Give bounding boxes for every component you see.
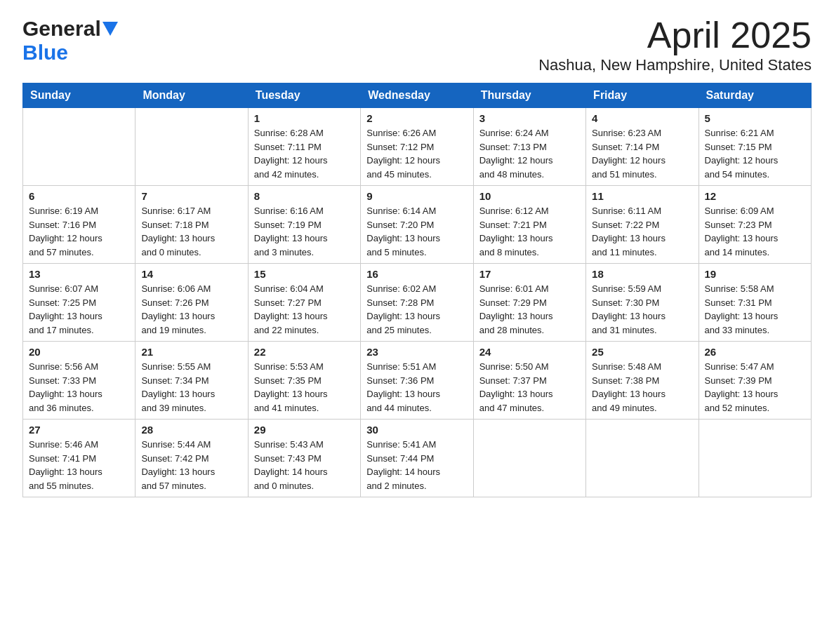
weekday-header: Thursday [473,83,585,108]
svg-marker-0 [102,22,118,36]
day-number: 5 [705,112,805,124]
day-info: Sunrise: 6:06 AMSunset: 7:26 PMDaylight:… [141,282,241,337]
calendar-cell: 22Sunrise: 5:53 AMSunset: 7:35 PMDayligh… [248,342,360,420]
calendar-week-row: 20Sunrise: 5:56 AMSunset: 7:33 PMDayligh… [23,342,812,420]
page-header: General Blue April 2025 Nashua, New Hamp… [22,17,812,74]
day-info: Sunrise: 6:01 AMSunset: 7:29 PMDaylight:… [479,282,580,337]
day-info: Sunrise: 6:19 AMSunset: 7:16 PMDaylight:… [29,204,129,259]
calendar-cell: 7Sunrise: 6:17 AMSunset: 7:18 PMDaylight… [135,186,248,264]
weekday-header: Tuesday [248,83,360,108]
logo-triangle-icon [102,22,118,39]
day-info: Sunrise: 5:56 AMSunset: 7:33 PMDaylight:… [29,360,129,415]
day-number: 2 [366,112,467,124]
day-info: Sunrise: 6:16 AMSunset: 7:19 PMDaylight:… [254,204,355,259]
calendar-cell: 28Sunrise: 5:44 AMSunset: 7:42 PMDayligh… [135,420,248,497]
logo-general-text: General [22,17,101,41]
day-number: 12 [705,190,805,202]
day-info: Sunrise: 5:55 AMSunset: 7:34 PMDaylight:… [141,360,241,415]
day-info: Sunrise: 6:14 AMSunset: 7:20 PMDaylight:… [366,204,467,259]
day-number: 20 [29,346,129,358]
calendar-cell: 15Sunrise: 6:04 AMSunset: 7:27 PMDayligh… [248,264,360,342]
calendar-cell: 19Sunrise: 5:58 AMSunset: 7:31 PMDayligh… [699,264,811,342]
day-number: 11 [592,190,692,202]
calendar-cell: 5Sunrise: 6:21 AMSunset: 7:15 PMDaylight… [699,108,811,186]
calendar-cell: 24Sunrise: 5:50 AMSunset: 7:37 PMDayligh… [473,342,585,420]
day-info: Sunrise: 6:04 AMSunset: 7:27 PMDaylight:… [254,282,355,337]
day-number: 30 [366,424,467,436]
day-number: 10 [479,190,580,202]
day-number: 15 [254,268,355,280]
calendar-week-row: 6Sunrise: 6:19 AMSunset: 7:16 PMDaylight… [23,186,812,264]
day-info: Sunrise: 6:02 AMSunset: 7:28 PMDaylight:… [366,282,467,337]
weekday-header: Monday [135,83,248,108]
calendar-cell: 2Sunrise: 6:26 AMSunset: 7:12 PMDaylight… [361,108,473,186]
day-info: Sunrise: 6:28 AMSunset: 7:11 PMDaylight:… [254,126,355,181]
calendar-cell [699,420,811,497]
calendar-week-row: 1Sunrise: 6:28 AMSunset: 7:11 PMDaylight… [23,108,812,186]
calendar-cell: 13Sunrise: 6:07 AMSunset: 7:25 PMDayligh… [23,264,135,342]
day-info: Sunrise: 6:12 AMSunset: 7:21 PMDaylight:… [479,204,580,259]
day-info: Sunrise: 6:09 AMSunset: 7:23 PMDaylight:… [705,204,805,259]
day-number: 18 [592,268,692,280]
calendar-cell: 8Sunrise: 6:16 AMSunset: 7:19 PMDaylight… [248,186,360,264]
day-number: 16 [366,268,467,280]
calendar-cell: 29Sunrise: 5:43 AMSunset: 7:43 PMDayligh… [248,420,360,497]
calendar-cell: 14Sunrise: 6:06 AMSunset: 7:26 PMDayligh… [135,264,248,342]
calendar-cell: 11Sunrise: 6:11 AMSunset: 7:22 PMDayligh… [586,186,699,264]
title-block: April 2025 Nashua, New Hampshire, United… [538,17,812,74]
day-info: Sunrise: 6:26 AMSunset: 7:12 PMDaylight:… [366,126,467,181]
day-number: 4 [592,112,692,124]
calendar-cell: 20Sunrise: 5:56 AMSunset: 7:33 PMDayligh… [23,342,135,420]
day-info: Sunrise: 5:53 AMSunset: 7:35 PMDaylight:… [254,360,355,415]
calendar-cell: 16Sunrise: 6:02 AMSunset: 7:28 PMDayligh… [361,264,473,342]
calendar-cell: 9Sunrise: 6:14 AMSunset: 7:20 PMDaylight… [361,186,473,264]
day-info: Sunrise: 5:47 AMSunset: 7:39 PMDaylight:… [705,360,805,415]
day-info: Sunrise: 6:23 AMSunset: 7:14 PMDaylight:… [592,126,692,181]
day-number: 13 [29,268,129,280]
day-number: 25 [592,346,692,358]
day-number: 23 [366,346,467,358]
day-number: 14 [141,268,241,280]
day-number: 21 [141,346,241,358]
month-title: April 2025 [538,17,812,53]
calendar-cell: 25Sunrise: 5:48 AMSunset: 7:38 PMDayligh… [586,342,699,420]
calendar-week-row: 27Sunrise: 5:46 AMSunset: 7:41 PMDayligh… [23,420,812,497]
day-number: 24 [479,346,580,358]
day-info: Sunrise: 5:50 AMSunset: 7:37 PMDaylight:… [479,360,580,415]
calendar-cell: 30Sunrise: 5:41 AMSunset: 7:44 PMDayligh… [361,420,473,497]
day-number: 6 [29,190,129,202]
day-info: Sunrise: 5:51 AMSunset: 7:36 PMDaylight:… [366,360,467,415]
weekday-header: Saturday [699,83,811,108]
day-info: Sunrise: 6:17 AMSunset: 7:18 PMDaylight:… [141,204,241,259]
calendar-cell: 1Sunrise: 6:28 AMSunset: 7:11 PMDaylight… [248,108,360,186]
day-info: Sunrise: 5:44 AMSunset: 7:42 PMDaylight:… [141,438,241,492]
day-info: Sunrise: 6:07 AMSunset: 7:25 PMDaylight:… [29,282,129,337]
weekday-header: Sunday [23,83,135,108]
calendar-header-row: SundayMondayTuesdayWednesdayThursdayFrid… [23,83,812,108]
calendar-cell [586,420,699,497]
calendar-table: SundayMondayTuesdayWednesdayThursdayFrid… [22,83,812,497]
day-number: 3 [479,112,580,124]
calendar-cell [23,108,135,186]
weekday-header: Wednesday [361,83,473,108]
day-number: 22 [254,346,355,358]
logo-blue-text: Blue [22,41,68,65]
day-info: Sunrise: 6:11 AMSunset: 7:22 PMDaylight:… [592,204,692,259]
day-info: Sunrise: 6:24 AMSunset: 7:13 PMDaylight:… [479,126,580,181]
calendar-cell: 18Sunrise: 5:59 AMSunset: 7:30 PMDayligh… [586,264,699,342]
calendar-cell: 10Sunrise: 6:12 AMSunset: 7:21 PMDayligh… [473,186,585,264]
day-info: Sunrise: 5:59 AMSunset: 7:30 PMDaylight:… [592,282,692,337]
day-number: 1 [254,112,355,124]
day-info: Sunrise: 5:58 AMSunset: 7:31 PMDaylight:… [705,282,805,337]
calendar-week-row: 13Sunrise: 6:07 AMSunset: 7:25 PMDayligh… [23,264,812,342]
calendar-cell: 27Sunrise: 5:46 AMSunset: 7:41 PMDayligh… [23,420,135,497]
day-info: Sunrise: 5:46 AMSunset: 7:41 PMDaylight:… [29,438,129,492]
day-number: 26 [705,346,805,358]
day-number: 9 [366,190,467,202]
calendar-cell: 6Sunrise: 6:19 AMSunset: 7:16 PMDaylight… [23,186,135,264]
day-number: 27 [29,424,129,436]
day-number: 19 [705,268,805,280]
weekday-header: Friday [586,83,699,108]
calendar-cell [135,108,248,186]
calendar-cell: 26Sunrise: 5:47 AMSunset: 7:39 PMDayligh… [699,342,811,420]
